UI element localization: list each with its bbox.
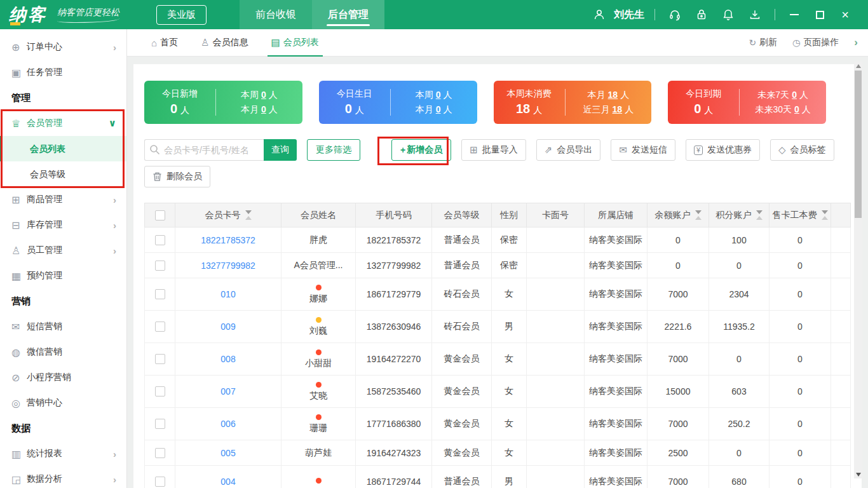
add-member-button[interactable]: +新增会员 xyxy=(391,139,451,161)
member-card-link[interactable]: 005 xyxy=(220,448,235,458)
sidebar-item-marketing-center[interactable]: ◎ 营销中心 xyxy=(0,390,126,416)
app-window: 纳客 纳客管店更轻松 美业版 前台收银 后台管理 刘先生 xyxy=(0,0,868,488)
sidebar-item-booking-management[interactable]: ▦ 预约管理 xyxy=(0,263,126,288)
bar-chart-icon: ▥ xyxy=(11,448,27,460)
row-checkbox[interactable] xyxy=(155,261,165,271)
scroll-down-arrow[interactable] xyxy=(854,470,862,478)
edition-badge[interactable]: 美业版 xyxy=(156,5,207,25)
row-checkbox[interactable] xyxy=(155,354,165,364)
stat-sub-value[interactable]: 18 xyxy=(613,104,623,114)
sidebar-item-inventory-management[interactable]: ⊟ 库存管理 › xyxy=(0,212,126,238)
chevron-right-icon[interactable]: › xyxy=(854,36,858,49)
chevron-down-icon: ∨ xyxy=(109,118,116,129)
sidebar-item-data-analysis[interactable]: ◲ 数据分析 › xyxy=(0,466,126,488)
member-card-link[interactable]: 006 xyxy=(220,419,235,429)
member-gender: 女 xyxy=(492,408,527,440)
member-phone: 15872535460 xyxy=(356,376,432,408)
member-card-link[interactable]: 008 xyxy=(220,354,235,364)
member-card-link[interactable]: 010 xyxy=(220,289,235,299)
sort-icon[interactable] xyxy=(822,210,828,220)
sidebar-item-goods-management[interactable]: ⊞ 商品管理 › xyxy=(0,187,126,212)
sidebar-subitem-member-list[interactable]: 会员列表 xyxy=(0,136,126,161)
member-card-link[interactable]: 18221785372 xyxy=(201,235,255,245)
member-level: 黄金会员 xyxy=(432,343,492,376)
scrollbar-thumb[interactable] xyxy=(855,71,862,218)
member-card-link[interactable]: 007 xyxy=(220,386,235,396)
user-name[interactable]: 刘先生 xyxy=(614,8,644,22)
export-member-button[interactable]: ⇗会员导出 xyxy=(536,139,601,161)
sort-icon[interactable] xyxy=(756,210,763,220)
tab-member-info[interactable]: ♙ 会员信息 xyxy=(201,29,248,57)
sidebar-subitem-member-level[interactable]: 会员等级 xyxy=(0,161,126,187)
lock-icon[interactable] xyxy=(695,8,709,22)
headset-icon[interactable] xyxy=(668,8,682,22)
scroll-up-arrow[interactable] xyxy=(854,62,862,70)
sidebar-item-wechat-marketing[interactable]: ◍ 微信营销 xyxy=(0,339,126,365)
send-sms-button[interactable]: ✉发送短信 xyxy=(611,139,675,161)
sidebar-item-stats-report[interactable]: ▥ 统计报表 › xyxy=(0,441,126,466)
card-face-number xyxy=(527,278,585,311)
search-input[interactable] xyxy=(144,139,264,161)
nav-tab-backend-management[interactable]: 后台管理 xyxy=(312,0,384,29)
stat-sub-value[interactable]: 18 xyxy=(608,90,618,100)
select-all-checkbox[interactable] xyxy=(155,210,165,220)
vertical-scrollbar[interactable] xyxy=(854,62,862,478)
send-coupon-button[interactable]: ¥发送优惠券 xyxy=(686,139,760,161)
row-checkbox[interactable] xyxy=(155,235,165,245)
member-level: 普通会员 xyxy=(432,466,492,488)
sidebar-item-order-center[interactable]: ⊕ 订单中心 › xyxy=(0,34,126,60)
member-table: 会员卡号 会员姓名 手机号码 会员等级 性别 卡面号 所属店铺 余额账户 积分账… xyxy=(144,203,851,488)
member-phone: 18671729779 xyxy=(356,278,432,311)
member-level: 黄金会员 xyxy=(432,440,492,466)
tab-member-list[interactable]: ▤ 会员列表 xyxy=(271,29,319,57)
member-tag-button[interactable]: ◇会员标签 xyxy=(770,139,834,161)
row-checkbox[interactable] xyxy=(155,448,165,458)
stat-sub-value[interactable]: 0 xyxy=(261,90,266,100)
refresh-button[interactable]: ↻ 刷新 xyxy=(749,37,777,48)
sidebar-item-task-management[interactable]: ▣ 任务管理 xyxy=(0,60,126,85)
table-row: 008 小甜甜 19164272270 黄金会员 女 纳客美姿国际 7000 0… xyxy=(145,343,851,376)
points-account: 11935.2 xyxy=(709,311,770,343)
row-checkbox[interactable] xyxy=(155,419,165,429)
tab-home[interactable]: ⌂ 首页 xyxy=(151,29,178,57)
member-card-link[interactable]: 009 xyxy=(220,322,235,332)
close-button[interactable]: × xyxy=(837,6,853,23)
triangle-up-icon xyxy=(856,64,861,68)
member-phone: 19164272270 xyxy=(356,343,432,376)
stat-sub-value[interactable]: 0 xyxy=(794,104,799,114)
member-card-link[interactable]: 004 xyxy=(220,477,235,487)
divider xyxy=(215,89,216,116)
member-gender: 保密 xyxy=(492,227,527,253)
delete-member-button[interactable]: 删除会员 xyxy=(144,166,210,187)
row-checkbox[interactable] xyxy=(155,322,165,332)
row-checkbox[interactable] xyxy=(155,477,165,487)
points-account: 250.2 xyxy=(709,408,770,440)
stat-sub-value[interactable]: 0 xyxy=(261,104,266,114)
sort-icon[interactable] xyxy=(695,210,702,220)
sidebar-item-sms-marketing[interactable]: ✉ 短信营销 xyxy=(0,314,126,339)
stat-sub-value[interactable]: 0 xyxy=(436,104,441,114)
row-checkbox[interactable] xyxy=(155,289,165,299)
card-fee: 0 xyxy=(770,343,831,376)
row-checkbox[interactable] xyxy=(155,386,165,396)
page-actions-button[interactable]: ◷ 页面操作 xyxy=(792,37,839,48)
target-icon: ◎ xyxy=(11,397,27,409)
batch-import-button[interactable]: ⊞批量导入 xyxy=(461,139,526,161)
bell-icon[interactable] xyxy=(721,8,735,22)
member-gender: 女 xyxy=(492,343,527,376)
minimize-button[interactable] xyxy=(786,6,803,23)
member-card-link[interactable]: 13277799982 xyxy=(201,261,255,271)
more-filter-button[interactable]: 更多筛选 xyxy=(307,139,360,161)
nav-tab-front-cashier[interactable]: 前台收银 xyxy=(240,0,312,29)
sort-icon[interactable] xyxy=(245,210,252,220)
sidebar-item-staff-management[interactable]: ♙ 员工管理 › xyxy=(0,238,126,263)
sidebar-item-member-management[interactable]: ♕ 会员管理 ∨ xyxy=(0,111,126,136)
download-icon[interactable] xyxy=(748,8,762,22)
table-header: 会员卡号 会员姓名 手机号码 会员等级 性别 卡面号 所属店铺 余额账户 积分账… xyxy=(145,203,851,227)
search-button[interactable]: 查询 xyxy=(264,139,297,161)
stat-sub-value[interactable]: 0 xyxy=(792,90,797,100)
sidebar-item-miniapp-marketing[interactable]: ⊘ 小程序营销 xyxy=(0,365,126,390)
divider xyxy=(775,9,775,20)
stat-sub-value[interactable]: 0 xyxy=(436,90,441,100)
maximize-button[interactable] xyxy=(811,6,828,23)
